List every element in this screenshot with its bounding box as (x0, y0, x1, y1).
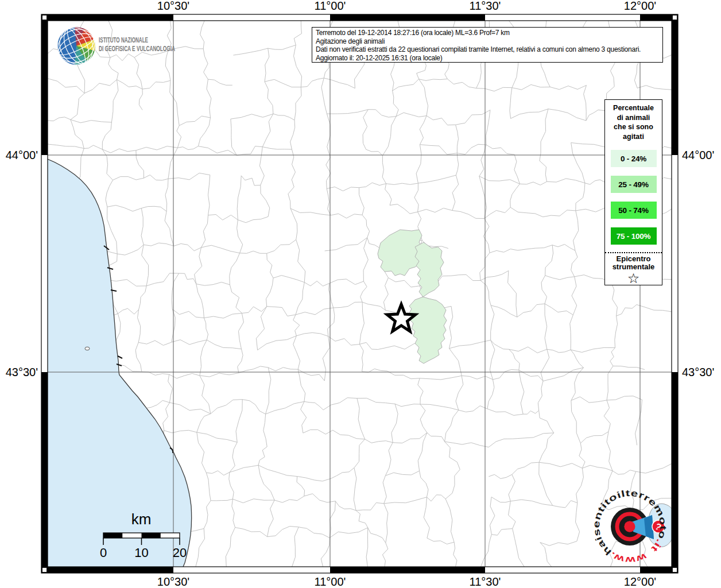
coord-label-bottom-2: 11°00' (315, 575, 346, 588)
event-info-box: Terremoto del 19-12-2014 18:27:16 (ora l… (312, 27, 663, 63)
event-info-line1: Terremoto del 19-12-2014 18:27:16 (ora l… (316, 29, 659, 37)
ingv-logo-line2: DI GEOFISICA E VULCANOLOGIA (99, 44, 175, 53)
event-info-line3: Dati non verificati estratti da 22 quest… (316, 45, 659, 54)
legend-swatch-25-49: 25 - 49% (611, 176, 657, 193)
coord-label-top-4: 12°00' (624, 0, 656, 12)
coord-label-top-2: 11°00' (315, 0, 346, 12)
scale-tick-0: 0 (100, 546, 107, 560)
small-island (85, 347, 90, 350)
ingv-logo-line1: ISTITUTO NAZIONALE (99, 36, 148, 44)
coord-label-top-3: 11°30' (470, 0, 501, 12)
legend: Percentuale di animali che si sono agita… (604, 99, 662, 285)
coord-label-left-2: 43°30' (6, 366, 38, 378)
legend-star-icon: ☆ (605, 272, 662, 285)
legend-swatch-0-24: 0 - 24% (611, 150, 657, 167)
legend-epicenter-label: Epicentro strumentale (605, 255, 662, 271)
legend-swatch-50-74: 50 - 74% (611, 202, 657, 219)
coord-label-bottom-4: 12°00' (624, 575, 656, 588)
coord-label-right-2: 43°30' (682, 366, 714, 378)
map-canvas: km 0 10 20 (0, 0, 721, 588)
event-info-line4: Aggiornato il: 20-12-2025 16:31 (ora loc… (316, 54, 659, 63)
coord-label-bottom-1: 10°30' (157, 575, 189, 588)
event-info-line2: Agitazione degli animali (316, 37, 659, 46)
coord-label-left-1: 44°00' (6, 149, 38, 161)
scale-tick-20: 20 (173, 546, 187, 560)
coord-label-top-1: 10°30' (157, 0, 189, 12)
legend-title: Percentuale di animali che si sono agita… (605, 103, 662, 141)
legend-swatch-75-100: 75 - 100% (611, 227, 657, 245)
coord-label-bottom-3: 11°30' (470, 575, 501, 588)
coord-label-right-1: 44°00' (682, 149, 714, 161)
scale-bar-unit: km (131, 510, 152, 528)
scale-tick-10: 10 (134, 546, 148, 560)
earthquake-felt-map: km 0 10 20 (0, 0, 721, 588)
legend-divider (605, 252, 662, 253)
